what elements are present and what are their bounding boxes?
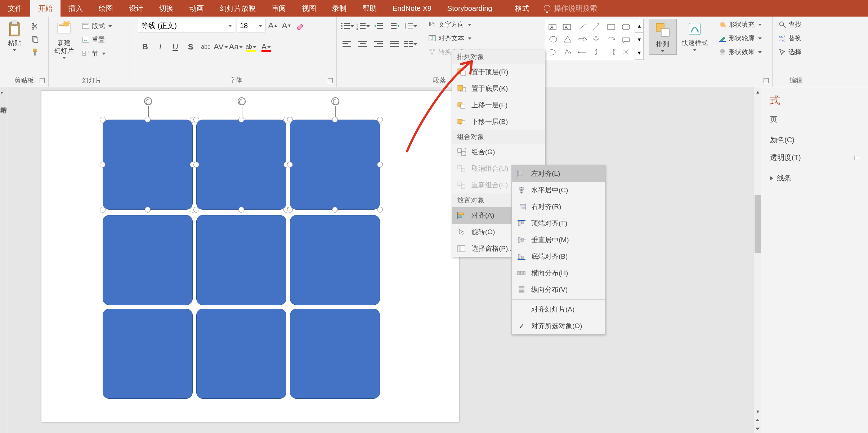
bring-to-front-item[interactable]: 置于顶层(R) — [452, 64, 545, 80]
shape-rect[interactable] — [290, 120, 380, 210]
vertical-scrollbar[interactable]: ▴ ▾ ⏶ ⏷ — [753, 87, 762, 433]
align-text-button[interactable]: 对齐文本 — [425, 32, 488, 44]
send-to-back-item[interactable]: 置于底层(K) — [452, 80, 545, 97]
scroll-up-icon[interactable]: ▴ — [753, 87, 762, 96]
shape-fill-button[interactable]: 形状填充 — [716, 19, 765, 30]
select-button[interactable]: 选择 — [775, 46, 804, 58]
text-direction-button[interactable]: ||A文字方向 — [425, 19, 488, 30]
arrange-button[interactable]: 排列 — [649, 19, 677, 55]
shadow-button[interactable]: S — [183, 40, 198, 54]
resize-handle[interactable] — [377, 117, 383, 122]
shape-rect[interactable] — [196, 309, 286, 399]
resize-handle[interactable] — [193, 117, 199, 122]
strikethrough-button[interactable]: abc — [198, 40, 213, 54]
transparency-row[interactable]: 透明度(T)⊢ — [770, 153, 860, 162]
shapes-gallery[interactable]: A A — [545, 19, 635, 60]
shape-rect[interactable] — [196, 120, 286, 210]
shape-rect[interactable] — [103, 215, 193, 305]
char-spacing-button[interactable]: AV — [214, 40, 228, 54]
tab-format[interactable]: 格式 — [507, 0, 537, 17]
distribute-horizontal-item[interactable]: 横向分布(H) — [512, 265, 605, 281]
increase-indent-button[interactable] — [387, 19, 402, 33]
shape-rect[interactable] — [103, 309, 193, 399]
resize-handle[interactable] — [332, 117, 338, 122]
prev-slide-icon[interactable]: ⏶ — [753, 416, 762, 424]
shape-effects-button[interactable]: 形状效果 — [716, 46, 765, 58]
tab-transition[interactable]: 切换 — [151, 0, 182, 17]
align-selected-item[interactable]: ✓对齐所选对象(O) — [512, 318, 605, 334]
font-color-button[interactable]: A — [259, 40, 273, 54]
resize-handle[interactable] — [287, 162, 293, 168]
resize-handle[interactable] — [100, 207, 106, 213]
reset-button[interactable]: 重置 — [79, 34, 115, 45]
tab-review[interactable]: 审阅 — [264, 0, 294, 17]
align-right-button[interactable] — [371, 37, 386, 51]
line-spacing-button[interactable] — [403, 19, 418, 33]
gallery-more-icon[interactable]: ▾ — [635, 46, 643, 60]
shape-rect[interactable] — [290, 215, 380, 305]
color-row[interactable]: 颜色(C) — [770, 135, 860, 145]
shape-rect[interactable] — [103, 120, 193, 210]
resize-handle[interactable] — [145, 117, 151, 122]
tab-endnote[interactable]: EndNote X9 — [385, 0, 439, 17]
resize-handle[interactable] — [100, 162, 106, 168]
resize-handle[interactable] — [377, 207, 383, 213]
resize-handle[interactable] — [145, 207, 151, 213]
scrollbar-thumb[interactable] — [755, 195, 761, 253]
bring-forward-item[interactable]: 上移一层(F) — [452, 97, 545, 113]
change-case-button[interactable]: Aa — [229, 40, 243, 54]
gallery-down-icon[interactable]: ▾ — [635, 33, 643, 46]
italic-button[interactable]: I — [153, 40, 167, 54]
tab-file[interactable]: 文件 — [0, 0, 30, 17]
underline-button[interactable]: U — [168, 40, 183, 54]
tab-home[interactable]: 开始 — [30, 0, 61, 17]
resize-handle[interactable] — [193, 207, 199, 213]
find-button[interactable]: 查找 — [775, 19, 804, 30]
tab-insert[interactable]: 插入 — [61, 0, 91, 17]
align-to-slide-item[interactable]: 对齐幻灯片(A) — [512, 301, 605, 318]
copy-button[interactable] — [28, 34, 42, 45]
gallery-up-icon[interactable]: ▴ — [635, 19, 643, 33]
shapes-gallery-scroll[interactable]: ▴ ▾ ▾ — [635, 19, 644, 60]
columns-button[interactable] — [403, 37, 418, 51]
group-item[interactable]: 组合(G) — [452, 144, 545, 160]
rotation-handle-icon[interactable] — [331, 97, 339, 105]
tab-animation[interactable]: 动画 — [182, 0, 212, 17]
paste-button[interactable]: 粘贴 — [3, 19, 26, 53]
resize-handle[interactable] — [193, 162, 199, 168]
bullets-button[interactable] — [340, 19, 355, 33]
thumbnail-rail-collapsed[interactable]: ▸ 缩略图 — [0, 87, 7, 433]
rotation-handle-icon[interactable] — [238, 97, 246, 105]
resize-handle[interactable] — [332, 207, 338, 213]
resize-handle[interactable] — [287, 117, 293, 122]
justify-button[interactable] — [387, 37, 402, 51]
resize-handle[interactable] — [100, 117, 106, 122]
tab-draw[interactable]: 绘图 — [91, 0, 121, 17]
align-top-item[interactable]: 顶端对齐(T) — [512, 215, 605, 232]
increase-font-button[interactable]: A▲ — [267, 19, 279, 32]
shape-rect[interactable] — [290, 309, 380, 399]
section-button[interactable]: 节 — [79, 48, 115, 59]
resize-handle[interactable] — [287, 207, 293, 213]
tab-design[interactable]: 设计 — [121, 0, 151, 17]
distribute-vertical-item[interactable]: 纵向分布(V) — [512, 281, 605, 298]
resize-handle[interactable] — [377, 162, 383, 168]
line-section[interactable]: 线条 — [770, 173, 860, 183]
send-backward-item[interactable]: 下移一层(B) — [452, 113, 545, 130]
shape-outline-button[interactable]: 形状轮廓 — [716, 32, 765, 44]
slide-editor[interactable] — [7, 87, 868, 433]
numbering-button[interactable]: 123 — [355, 19, 371, 33]
resize-handle[interactable] — [238, 207, 244, 213]
format-painter-button[interactable] — [28, 47, 42, 58]
font-name-select[interactable]: 等线 (正文) — [138, 19, 235, 32]
shape-rect[interactable] — [196, 215, 286, 305]
align-center-button[interactable] — [355, 37, 371, 51]
align-left-item[interactable]: 左对齐(L) — [512, 165, 605, 182]
cut-button[interactable] — [28, 21, 42, 32]
align-bottom-item[interactable]: 底端对齐(B) — [512, 248, 605, 265]
align-middle-item[interactable]: 垂直居中(M) — [512, 232, 605, 248]
tab-slideshow[interactable]: 幻灯片放映 — [212, 0, 264, 17]
bold-button[interactable]: B — [138, 40, 152, 54]
tab-record[interactable]: 录制 — [324, 0, 354, 17]
decrease-font-button[interactable]: A▼ — [281, 19, 293, 32]
